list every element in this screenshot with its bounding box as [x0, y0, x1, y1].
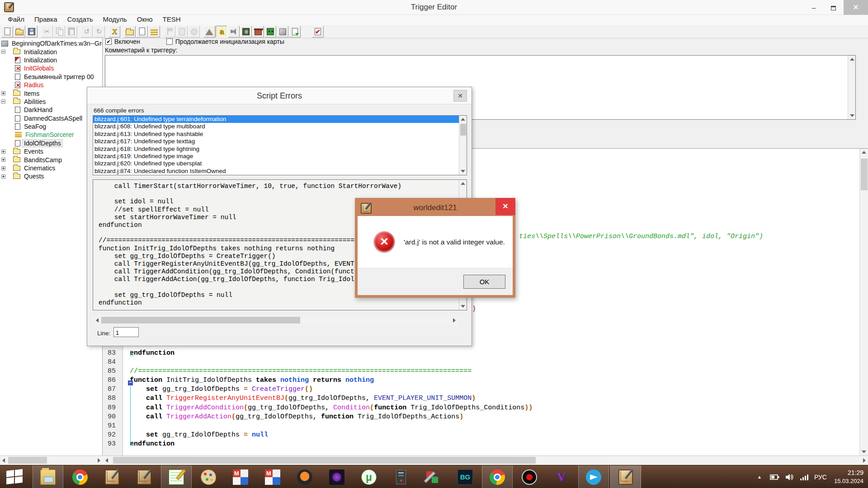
- taskbar-app-dark-app[interactable]: [321, 465, 352, 488]
- taskbar-app-world-editor-scroll-2[interactable]: [129, 465, 160, 488]
- new-comment-button[interactable]: [148, 26, 160, 38]
- battery-icon[interactable]: [770, 473, 780, 481]
- tree-item[interactable]: Безымянный триггер 00: [0, 73, 102, 81]
- error-dialog-footer: OK: [358, 268, 513, 295]
- taskbar-app-chrome-2[interactable]: [482, 465, 513, 488]
- taskbar-app-telegram[interactable]: [578, 465, 609, 488]
- menu-item-4[interactable]: Окно: [132, 15, 158, 23]
- object-manager-button[interactable]: [277, 26, 288, 38]
- map-init-checkbox[interactable]: [166, 38, 173, 45]
- error-list-item[interactable]: blizzard.j:618: Undefined type lightning: [93, 145, 467, 153]
- collapse-icon[interactable]: [1, 99, 5, 103]
- tree-item[interactable]: Initialization: [0, 47, 102, 56]
- taskbar-app-pc-app[interactable]: [386, 465, 416, 488]
- keyboard-language[interactable]: РУС: [814, 474, 827, 481]
- collapse-icon[interactable]: [1, 50, 5, 54]
- minimize-button[interactable]: –: [805, 0, 823, 15]
- trigger-editor-button[interactable]: a: [216, 26, 227, 38]
- sound-editor-button[interactable]: [228, 26, 240, 38]
- expand-icon[interactable]: [1, 150, 5, 154]
- taskbar-app-world-editor[interactable]: [610, 465, 641, 488]
- menu-item-0[interactable]: Файл: [3, 15, 29, 23]
- scroll-left-icon: [2, 458, 5, 463]
- menu-item-5[interactable]: TESH: [158, 15, 186, 23]
- ai-editor-icon: [267, 28, 274, 35]
- taskbar-app-file-explorer[interactable]: [33, 465, 63, 488]
- comment-scrollbar[interactable]: [848, 56, 855, 119]
- scroll-thumb[interactable]: [861, 159, 868, 190]
- new-category-button[interactable]: [124, 26, 136, 38]
- error-list[interactable]: blizzard.j:601: Undefined type terrainde…: [93, 115, 467, 175]
- error-list-item[interactable]: blizzard.j:608: Undefined type multiboar…: [93, 123, 467, 130]
- terrain-editor-button[interactable]: [203, 26, 215, 38]
- new-trigger-button[interactable]: [136, 26, 148, 38]
- taskbar-app-world-editor-scroll[interactable]: [97, 465, 127, 488]
- error-list-item[interactable]: blizzard.j:874: Undeclared function IsIt…: [93, 168, 467, 175]
- error-list-item[interactable]: blizzard.j:619: Undefined type image: [93, 153, 467, 160]
- taskbar-app-trigger-notepad[interactable]: [161, 465, 192, 488]
- taskbar-app-utorrent[interactable]: µ: [354, 465, 384, 488]
- new-file-button[interactable]: [1, 26, 13, 38]
- tree-horizontal-scrollbar[interactable]: [0, 455, 103, 464]
- delete-button[interactable]: X: [108, 26, 120, 38]
- doc-flag-icon: [15, 57, 20, 63]
- taskbar-app-fix-tool[interactable]: [418, 465, 448, 488]
- campaign-editor-button[interactable]: [252, 26, 264, 38]
- scroll-thumb[interactable]: [8, 457, 47, 464]
- scroll-thumb[interactable]: [101, 317, 300, 324]
- save-button[interactable]: [26, 26, 38, 38]
- code-line: 86function InitTrig_IdolOfDepths takes n…: [103, 376, 868, 385]
- trigger-notepad-icon: [169, 469, 184, 485]
- taskbar-app-mpq-editor[interactable]: M: [225, 465, 256, 488]
- error-list-scrollbar[interactable]: [459, 116, 467, 175]
- editor-horizontal-scrollbar[interactable]: [103, 455, 868, 464]
- volume-icon[interactable]: [785, 473, 794, 481]
- tree-root-item[interactable]: BeginningOfDarkTimes.w3n--Gre: [0, 39, 102, 47]
- menu-item-1[interactable]: Правка: [29, 15, 62, 23]
- taskbar-app-mpq-editor-2[interactable]: M: [257, 465, 288, 488]
- ok-button[interactable]: OK: [463, 275, 505, 289]
- enabled-checkbox[interactable]: ✔: [105, 38, 112, 45]
- expand-icon[interactable]: [1, 158, 5, 162]
- expand-icon[interactable]: [1, 166, 5, 170]
- hidden-icons-chevron[interactable]: ▲: [757, 474, 762, 479]
- taskbar-app-fl-studio[interactable]: [289, 465, 320, 488]
- error-list-item[interactable]: blizzard.j:617: Undefined type texttag: [93, 138, 467, 145]
- scroll-thumb[interactable]: [460, 124, 466, 136]
- line-number: 93: [103, 440, 119, 449]
- error-dialog-close-button[interactable]: ✕: [495, 198, 515, 215]
- tree-item[interactable]: Initialization: [0, 56, 102, 64]
- script-errors-close-button[interactable]: ✕: [453, 90, 467, 102]
- object-editor-button[interactable]: [240, 26, 252, 38]
- editor-vertical-scrollbar[interactable]: [859, 149, 868, 455]
- error-list-item[interactable]: blizzard.j:601: Undefined type terrainde…: [93, 116, 467, 123]
- menu-item-2[interactable]: Создать: [62, 15, 98, 23]
- expand-icon[interactable]: [1, 91, 5, 95]
- trigger-syntax-check-button[interactable]: ✔: [312, 26, 324, 38]
- import-manager-button[interactable]: [289, 26, 301, 38]
- taskbar-app-chrome[interactable]: [65, 465, 95, 488]
- fold-collapse-icon[interactable]: −: [128, 380, 133, 385]
- scroll-right-icon: [98, 458, 100, 463]
- network-icon[interactable]: [800, 473, 809, 481]
- start-button[interactable]: [6, 469, 25, 484]
- ai-editor-button[interactable]: [264, 26, 276, 38]
- clock[interactable]: 21:29 15.03.2024: [834, 469, 863, 485]
- line-number-input[interactable]: [113, 327, 139, 337]
- close-button[interactable]: ✕: [844, 0, 868, 15]
- taskbar-app-v-app[interactable]: V: [546, 465, 577, 488]
- code-view-horizontal-scrollbar[interactable]: [94, 316, 458, 324]
- taskbar-app-recorder[interactable]: [514, 465, 545, 488]
- scroll-up-icon: [461, 182, 465, 185]
- error-list-item[interactable]: blizzard.j:613: Undefined type hashtable: [93, 131, 467, 138]
- scroll-thumb[interactable]: [113, 457, 536, 464]
- maximize-button[interactable]: [823, 0, 844, 15]
- recorder-icon: [522, 469, 537, 485]
- open-file-button[interactable]: [14, 26, 25, 38]
- expand-icon[interactable]: [1, 174, 5, 178]
- taskbar-app-paint-palette[interactable]: [193, 465, 224, 488]
- tree-item[interactable]: InitGlobals: [0, 64, 102, 72]
- error-list-item[interactable]: blizzard.j:620: Undefined type ubersplat: [93, 160, 467, 167]
- menu-item-3[interactable]: Модуль: [98, 15, 132, 23]
- taskbar-app-bg-app[interactable]: BG: [450, 465, 481, 488]
